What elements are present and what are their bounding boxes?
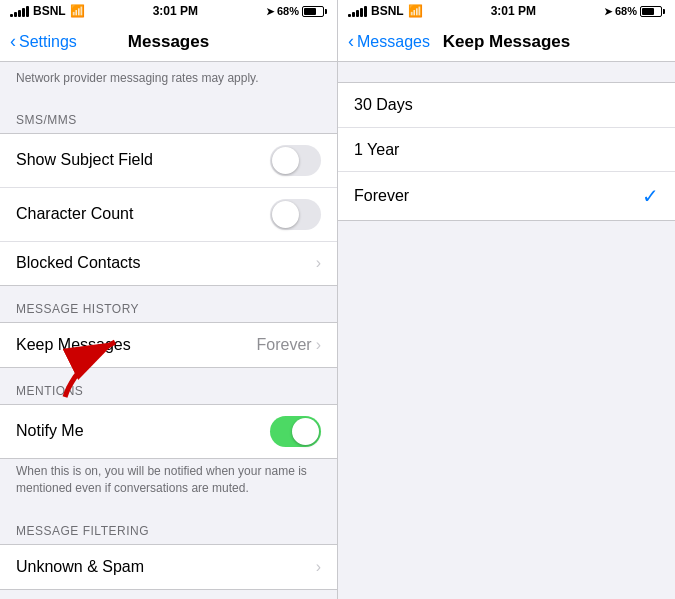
status-bar-right-left-group: BSNL 📶 — [348, 4, 423, 18]
page-title-left: Messages — [128, 32, 209, 52]
status-right-group-right: ➤ 68% — [604, 5, 665, 17]
toggle-thumb-3 — [292, 418, 319, 445]
list-item-30-days[interactable]: 30 Days — [338, 83, 675, 127]
message-filtering-cell-group: Unknown & Spam › — [0, 544, 337, 590]
sms-section-header: SMS/MMS — [0, 97, 337, 133]
top-spacer — [338, 62, 675, 82]
time-left: 3:01 PM — [153, 4, 198, 18]
battery-percent-right: 68% — [615, 5, 637, 17]
carrier-right: BSNL — [371, 4, 404, 18]
nav-bar-left: ‹ Settings Messages — [0, 22, 337, 62]
nav-bar-right: ‹ Messages Keep Messages — [338, 22, 675, 62]
signal-icon — [10, 5, 29, 17]
checkmark-icon: ✓ — [642, 184, 659, 208]
unknown-spam-chevron-icon: › — [316, 558, 321, 576]
audio-messages-section: AUDIO MESSAGES — [0, 590, 337, 599]
mentions-section: MENTIONS Notify Me When this is on, you … — [0, 368, 337, 509]
left-panel: BSNL 📶 3:01 PM ➤ 68% ‹ Settings Messages… — [0, 0, 337, 599]
battery-icon-left — [302, 6, 327, 17]
wifi-icon-right: 📶 — [408, 4, 423, 18]
message-history-header: MESSAGE HISTORY — [0, 286, 337, 322]
keep-messages-list: 30 Days 1 Year Forever ✓ — [338, 82, 675, 221]
right-panel: BSNL 📶 3:01 PM ➤ 68% ‹ Messages Keep Mes… — [337, 0, 675, 599]
left-scroll-content: Network provider messaging rates may app… — [0, 62, 337, 599]
chevron-left-icon: ‹ — [10, 31, 16, 52]
time-right: 3:01 PM — [491, 4, 536, 18]
unknown-spam-cell[interactable]: Unknown & Spam › — [0, 545, 337, 589]
carrier-left: BSNL — [33, 4, 66, 18]
message-filtering-section: MESSAGE FILTERING Unknown & Spam › — [0, 508, 337, 590]
status-bar-left: BSNL 📶 3:01 PM ➤ 68% — [0, 0, 337, 22]
toggle-thumb-2 — [272, 201, 299, 228]
back-label-left: Settings — [19, 33, 77, 51]
message-filtering-header: MESSAGE FILTERING — [0, 508, 337, 544]
location-icon: ➤ — [266, 6, 274, 17]
30-days-label: 30 Days — [354, 96, 413, 114]
character-count-label: Character Count — [16, 205, 133, 223]
right-scroll-content: 30 Days 1 Year Forever ✓ — [338, 62, 675, 599]
back-button-right[interactable]: ‹ Messages — [348, 31, 430, 52]
sms-section: SMS/MMS Show Subject Field Character Cou… — [0, 97, 337, 286]
blocked-contacts-chevron-icon: › — [316, 254, 321, 272]
mentions-header: MENTIONS — [0, 368, 337, 404]
back-label-right: Messages — [357, 33, 430, 51]
mentions-cell-group: Notify Me — [0, 404, 337, 459]
notify-me-toggle[interactable] — [270, 416, 321, 447]
notify-me-cell[interactable]: Notify Me — [0, 405, 337, 458]
wifi-icon: 📶 — [70, 4, 85, 18]
status-right-group: ➤ 68% — [266, 5, 327, 17]
mentions-note: When this is on, you will be notified wh… — [0, 459, 337, 509]
red-arrow-annotation — [55, 332, 145, 402]
top-note: Network provider messaging rates may app… — [0, 62, 337, 97]
battery-icon-right — [640, 6, 665, 17]
keep-messages-value-group: Forever › — [257, 336, 321, 354]
location-icon-right: ➤ — [604, 6, 612, 17]
status-bar-right: BSNL 📶 3:01 PM ➤ 68% — [338, 0, 675, 22]
message-history-cell-group: Keep Messages Forever › — [0, 322, 337, 368]
blocked-contacts-cell[interactable]: Blocked Contacts › — [0, 241, 337, 285]
list-item-1-year[interactable]: 1 Year — [338, 127, 675, 171]
show-subject-field-cell[interactable]: Show Subject Field — [0, 134, 337, 187]
battery-percent-left: 68% — [277, 5, 299, 17]
status-bar-left-group: BSNL 📶 — [10, 4, 85, 18]
sms-cell-group: Show Subject Field Character Count Block… — [0, 133, 337, 286]
character-count-cell[interactable]: Character Count — [0, 187, 337, 241]
signal-icon-right — [348, 5, 367, 17]
back-button-left[interactable]: ‹ Settings — [10, 31, 77, 52]
keep-messages-cell[interactable]: Keep Messages Forever › — [0, 323, 337, 367]
character-count-toggle[interactable] — [270, 199, 321, 230]
chevron-left-icon-right: ‹ — [348, 31, 354, 52]
message-history-section: MESSAGE HISTORY Keep Messages Forever › — [0, 286, 337, 368]
1-year-label: 1 Year — [354, 141, 399, 159]
unknown-spam-label: Unknown & Spam — [16, 558, 144, 576]
keep-messages-value: Forever — [257, 336, 312, 354]
audio-messages-header: AUDIO MESSAGES — [0, 590, 337, 599]
show-subject-field-label: Show Subject Field — [16, 151, 153, 169]
page-title-right: Keep Messages — [443, 32, 571, 52]
toggle-thumb — [272, 147, 299, 174]
list-item-forever[interactable]: Forever ✓ — [338, 171, 675, 220]
keep-messages-chevron-icon: › — [316, 336, 321, 354]
forever-label: Forever — [354, 187, 409, 205]
blocked-contacts-label: Blocked Contacts — [16, 254, 141, 272]
show-subject-toggle[interactable] — [270, 145, 321, 176]
notify-me-label: Notify Me — [16, 422, 84, 440]
